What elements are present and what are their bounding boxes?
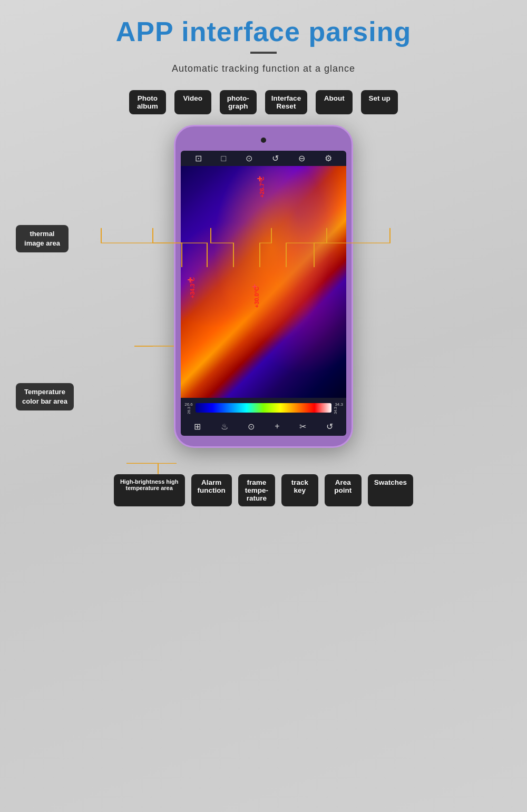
phone-top-icon-bar[interactable]: ⊡ □ ⊙ ↺ ⊖ ⚙	[181, 151, 346, 166]
label-swatches[interactable]: Swatches	[368, 474, 413, 506]
label-interface-reset[interactable]: Interface Reset	[265, 90, 307, 114]
label-about[interactable]: About	[316, 90, 353, 114]
label-photo-album[interactable]: Photo album	[129, 90, 166, 114]
icon-frame-temp[interactable]: ⊙	[248, 422, 255, 432]
title-divider	[250, 52, 277, 54]
icon-high-brightness[interactable]: ⊞	[194, 422, 201, 432]
temp-label-mid-left: +34.3°C	[189, 277, 196, 298]
label-alarm-function[interactable]: Alarm function	[191, 474, 232, 506]
color-bar-gradient	[196, 403, 331, 413]
label-track-key[interactable]: track key	[281, 474, 318, 506]
label-photograph[interactable]: photo- graph	[220, 90, 257, 114]
icon-interface-reset[interactable]: ↺	[272, 153, 279, 163]
label-temperature-color-bar: Temperaturecolor bar area	[16, 383, 74, 410]
color-bar-area: 26.6 26.3 34.3 34.3	[181, 398, 346, 417]
label-set-up[interactable]: Set up	[361, 90, 398, 114]
color-bar-right-bottom: 34.3	[334, 407, 337, 414]
label-video[interactable]: Video	[174, 90, 211, 114]
icon-settings[interactable]: ⚙	[325, 153, 332, 163]
label-thermal-image-area: thermalimage area	[16, 225, 69, 252]
icon-swatches[interactable]: ↺	[326, 422, 333, 432]
icon-minus[interactable]: ⊖	[298, 153, 305, 163]
temp-label-top: +26.7°C	[259, 177, 265, 198]
subtitle: Automatic tracking function at a glance	[0, 63, 527, 74]
label-area-point[interactable]: Area point	[325, 474, 362, 506]
diagram-container: Photo album Video photo- graph Interface…	[0, 90, 527, 517]
phone-bottom-icon-bar[interactable]: ⊞ ♨ ⊙ + ✂ ↺	[181, 417, 346, 436]
phone-frame: ⊡ □ ⊙ ↺ ⊖ ⚙ + +26.7°C + +34.3°C + +30.0°…	[174, 125, 353, 448]
phone-notch-bar	[181, 135, 346, 148]
phone-notch	[235, 135, 292, 146]
icon-photograph[interactable]: ⊙	[246, 153, 252, 163]
temp-label-mid-center: +30.0°C	[253, 287, 260, 308]
icon-area-point[interactable]: ✂	[299, 422, 306, 432]
icon-track[interactable]: +	[275, 422, 279, 431]
thermal-overlay	[181, 166, 346, 398]
icon-photo-album[interactable]: ⊡	[195, 153, 202, 163]
icon-video[interactable]: □	[221, 154, 227, 163]
page-title: APP interface parsing	[0, 0, 527, 52]
color-bar-scale-right: 34.3 34.3	[334, 402, 343, 414]
label-frame-temperature[interactable]: frame tempe- rature	[238, 474, 275, 506]
color-bar-scale-left: 26.6 26.3	[184, 402, 193, 414]
icon-alarm[interactable]: ♨	[221, 422, 228, 432]
label-high-brightness[interactable]: High-brightness high temperature area	[114, 474, 185, 506]
thermal-image-display: + +26.7°C + +34.3°C + +30.0°C	[181, 166, 346, 398]
color-bar-left-bottom: 26.3	[187, 407, 191, 414]
